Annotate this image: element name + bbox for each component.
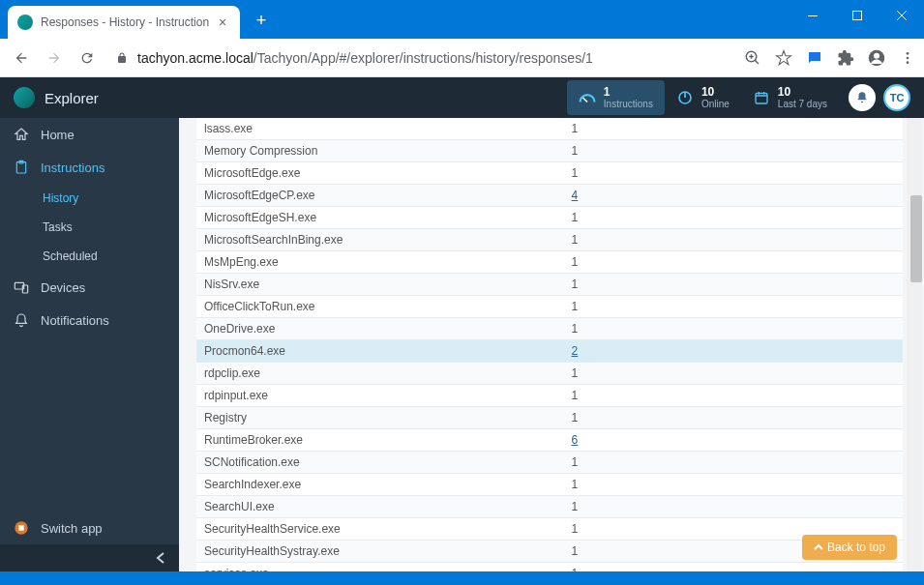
svg-point-5	[907, 52, 909, 55]
sidebar-item-notifications[interactable]: Notifications	[0, 304, 179, 336]
process-name-cell: rdpclip.exe	[196, 363, 564, 385]
table-row[interactable]: MsMpEng.exe1	[196, 251, 903, 274]
sidebar-item-label: Instructions	[41, 161, 104, 175]
switch-icon	[14, 520, 29, 536]
process-name-cell: SCNotification.exe	[196, 452, 564, 474]
header-metric-instructions[interactable]: 1Instructions	[567, 80, 665, 115]
new-tab-button[interactable]: +	[248, 7, 275, 34]
table-row[interactable]: MicrosoftEdge.exe1	[196, 162, 903, 185]
sidebar-switch-app[interactable]: Switch app	[0, 512, 179, 544]
process-count-cell: 1	[564, 496, 903, 518]
chevron-left-icon	[156, 552, 165, 564]
table-row[interactable]: RuntimeBroker.exe6	[196, 429, 903, 452]
table-row[interactable]: MicrosoftEdgeCP.exe4	[196, 185, 903, 207]
table-row[interactable]: NisSrv.exe1	[196, 274, 903, 296]
back-to-top-button[interactable]: Back to top	[802, 535, 897, 560]
tab-title: Responses - History - Instruction	[41, 15, 209, 29]
address-bar[interactable]: tachyon.acme.local/Tachyon/App/#/explore…	[106, 44, 729, 73]
process-name-cell: RuntimeBroker.exe	[196, 429, 564, 452]
window-statusbar	[0, 571, 924, 585]
process-name-cell: OfficeClickToRun.exe	[196, 296, 564, 318]
process-name-cell: MicrosoftEdge.exe	[196, 162, 564, 185]
home-icon	[14, 127, 29, 142]
header-metric-last7days[interactable]: 10Last 7 days	[741, 80, 839, 115]
bell-icon	[14, 312, 29, 328]
table-row[interactable]: lsass.exe1	[196, 118, 903, 140]
process-name-cell: MicrosoftEdgeCP.exe	[196, 185, 564, 207]
maximize-button[interactable]	[835, 0, 879, 31]
table-row[interactable]: MicrosoftSearchInBing.exe1	[196, 229, 903, 251]
back-button[interactable]	[8, 44, 35, 72]
close-button[interactable]	[879, 0, 924, 31]
table-row[interactable]: SecurityHealthSystray.exe1	[196, 541, 903, 563]
sidebar-subitem-tasks[interactable]: Tasks	[0, 213, 179, 242]
table-row[interactable]: MicrosoftEdgeSH.exe1	[196, 207, 903, 229]
menu-icon[interactable]	[899, 49, 916, 67]
process-count-cell[interactable]: 4	[564, 185, 903, 207]
table-row[interactable]: Procmon64.exe2	[196, 340, 903, 363]
process-count-cell: 1	[564, 274, 903, 296]
bookmark-icon[interactable]	[775, 49, 792, 67]
process-count-cell: 1	[564, 251, 903, 274]
app-title: Explorer	[45, 90, 99, 106]
process-name-cell: MicrosoftSearchInBing.exe	[196, 229, 564, 251]
process-count-cell: 1	[564, 118, 903, 140]
process-name-cell: OneDrive.exe	[196, 318, 564, 340]
chat-icon[interactable]	[806, 49, 823, 67]
sidebar-collapse-button[interactable]	[0, 544, 179, 571]
chevron-up-icon	[814, 542, 823, 552]
sidebar-item-label: Devices	[41, 280, 85, 295]
minimize-button[interactable]	[790, 0, 835, 31]
table-row[interactable]: OneDrive.exe1	[196, 318, 903, 340]
tab-close-icon[interactable]: ×	[215, 15, 230, 30]
process-name-cell: SearchUI.exe	[196, 496, 564, 518]
switch-app-label: Switch app	[41, 521, 103, 536]
sidebar-item-home[interactable]: Home	[0, 118, 179, 151]
table-row[interactable]: OfficeClickToRun.exe1	[196, 296, 903, 318]
process-name-cell: NisSrv.exe	[196, 274, 564, 296]
app-header: Explorer 1Instructions 10Online 10Last 7…	[0, 77, 924, 118]
url-host: tachyon.acme.local	[137, 50, 253, 66]
table-row[interactable]: SearchIndexer.exe1	[196, 474, 903, 496]
process-count-cell: 1	[564, 318, 903, 340]
forward-button[interactable]	[41, 44, 68, 72]
tab-favicon-icon	[17, 15, 33, 30]
browser-tab[interactable]: Responses - History - Instruction ×	[8, 6, 240, 39]
process-count-cell[interactable]: 2	[564, 340, 903, 363]
sidebar-item-instructions[interactable]: Instructions	[0, 151, 179, 184]
clipboard-icon	[14, 160, 29, 175]
notifications-button[interactable]	[849, 84, 876, 111]
process-count-cell: 1	[564, 296, 903, 318]
table-row[interactable]: services.exe1	[196, 563, 903, 572]
window-titlebar: Responses - History - Instruction × +	[0, 0, 924, 39]
process-count-cell: 1	[564, 452, 903, 474]
svg-rect-1	[853, 12, 862, 20]
user-avatar[interactable]: TC	[883, 84, 910, 111]
table-row[interactable]: Memory Compression1	[196, 140, 903, 162]
process-name-cell: MsMpEng.exe	[196, 251, 564, 274]
table-row[interactable]: rdpclip.exe1	[196, 363, 903, 385]
table-row[interactable]: rdpinput.exe1	[196, 385, 903, 407]
profile-icon[interactable]	[868, 49, 885, 67]
table-row[interactable]: SecurityHealthService.exe1	[196, 518, 903, 541]
reload-button[interactable]	[74, 44, 101, 72]
header-metric-online[interactable]: 10Online	[665, 80, 741, 115]
power-icon	[676, 89, 694, 106]
calendar-icon	[753, 89, 770, 106]
svg-rect-0	[808, 15, 818, 16]
process-name-cell: lsass.exe	[196, 118, 564, 140]
extensions-icon[interactable]	[837, 49, 854, 67]
scrollbar-thumb[interactable]	[910, 195, 922, 282]
vertical-scrollbar[interactable]	[907, 118, 922, 571]
table-row[interactable]: Registry1	[196, 407, 903, 429]
devices-icon	[14, 279, 29, 295]
process-count-cell[interactable]: 6	[564, 429, 903, 452]
zoom-icon[interactable]	[744, 49, 761, 67]
table-row[interactable]: SCNotification.exe1	[196, 452, 903, 474]
sidebar-subitem-history[interactable]: History	[0, 184, 179, 213]
sidebar-subitem-scheduled[interactable]: Scheduled	[0, 242, 179, 271]
process-name-cell: services.exe	[196, 563, 564, 572]
sidebar-item-devices[interactable]: Devices	[0, 271, 179, 304]
table-row[interactable]: SearchUI.exe1	[196, 496, 903, 518]
process-name-cell: SecurityHealthSystray.exe	[196, 541, 564, 563]
